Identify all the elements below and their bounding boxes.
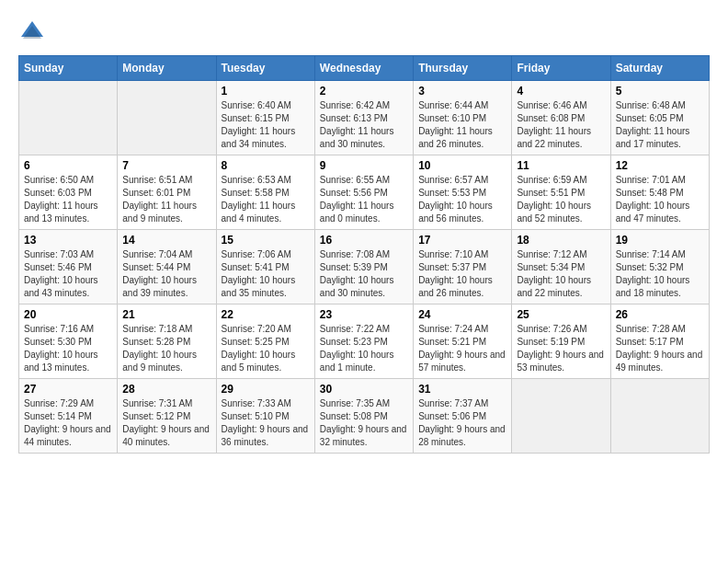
calendar-cell: [610, 379, 709, 454]
day-info: Sunrise: 6:55 AMSunset: 5:56 PMDaylight:…: [320, 174, 408, 225]
day-number: 3: [418, 85, 506, 98]
calendar-cell: 2Sunrise: 6:42 AMSunset: 6:13 PMDaylight…: [314, 81, 413, 155]
calendar-cell: 13Sunrise: 7:03 AMSunset: 5:46 PMDayligh…: [19, 230, 118, 304]
day-info: Sunrise: 6:51 AMSunset: 6:01 PMDaylight:…: [122, 174, 210, 225]
calendar-cell: 12Sunrise: 7:01 AMSunset: 5:48 PMDayligh…: [610, 155, 709, 230]
calendar-cell: 30Sunrise: 7:35 AMSunset: 5:08 PMDayligh…: [314, 379, 413, 454]
day-number: 11: [517, 159, 605, 172]
day-number: 16: [320, 234, 408, 247]
weekday-header: Saturday: [610, 56, 709, 81]
day-info: Sunrise: 7:16 AMSunset: 5:30 PMDaylight:…: [24, 323, 112, 374]
day-number: 9: [320, 159, 408, 172]
day-info: Sunrise: 7:22 AMSunset: 5:23 PMDaylight:…: [320, 323, 408, 374]
calendar-cell: 23Sunrise: 7:22 AMSunset: 5:23 PMDayligh…: [314, 304, 413, 379]
weekday-header: Monday: [118, 56, 216, 81]
day-info: Sunrise: 7:37 AMSunset: 5:06 PMDaylight:…: [418, 397, 506, 449]
calendar-week-row: 6Sunrise: 6:50 AMSunset: 6:03 PMDaylight…: [19, 155, 710, 230]
day-number: 30: [320, 383, 408, 396]
calendar-cell: 29Sunrise: 7:33 AMSunset: 5:10 PMDayligh…: [216, 379, 314, 454]
day-info: Sunrise: 6:44 AMSunset: 6:10 PMDaylight:…: [418, 99, 506, 151]
day-number: 20: [24, 308, 112, 321]
calendar-cell: 3Sunrise: 6:44 AMSunset: 6:10 PMDaylight…: [414, 81, 512, 155]
day-info: Sunrise: 7:01 AMSunset: 5:48 PMDaylight:…: [616, 174, 704, 225]
day-number: 17: [418, 234, 506, 247]
day-number: 1: [222, 85, 310, 98]
logo: [18, 18, 48, 46]
day-number: 19: [616, 234, 704, 247]
calendar-cell: 22Sunrise: 7:20 AMSunset: 5:25 PMDayligh…: [216, 304, 314, 379]
weekday-header: Thursday: [414, 56, 512, 81]
day-number: 28: [122, 383, 210, 396]
day-info: Sunrise: 7:08 AMSunset: 5:39 PMDaylight:…: [320, 248, 408, 300]
day-number: 4: [517, 85, 605, 98]
day-info: Sunrise: 6:53 AMSunset: 5:58 PMDaylight:…: [222, 174, 310, 225]
day-number: 25: [517, 308, 605, 321]
weekday-header: Sunday: [19, 56, 118, 81]
day-info: Sunrise: 7:10 AMSunset: 5:37 PMDaylight:…: [418, 248, 506, 300]
day-number: 12: [616, 159, 704, 172]
calendar-cell: 16Sunrise: 7:08 AMSunset: 5:39 PMDayligh…: [314, 230, 413, 304]
day-info: Sunrise: 7:20 AMSunset: 5:25 PMDaylight:…: [222, 323, 310, 374]
day-number: 23: [320, 308, 408, 321]
calendar-cell: 31Sunrise: 7:37 AMSunset: 5:06 PMDayligh…: [414, 379, 512, 454]
day-number: 2: [320, 85, 408, 98]
day-info: Sunrise: 7:31 AMSunset: 5:12 PMDaylight:…: [122, 397, 210, 449]
day-number: 15: [222, 234, 310, 247]
day-info: Sunrise: 7:35 AMSunset: 5:08 PMDaylight:…: [320, 397, 408, 449]
calendar-cell: 5Sunrise: 6:48 AMSunset: 6:05 PMDaylight…: [610, 81, 709, 155]
calendar-week-row: 1Sunrise: 6:40 AMSunset: 6:15 PMDaylight…: [19, 81, 710, 155]
calendar-cell: 6Sunrise: 6:50 AMSunset: 6:03 PMDaylight…: [19, 155, 118, 230]
calendar-cell: 21Sunrise: 7:18 AMSunset: 5:28 PMDayligh…: [118, 304, 216, 379]
weekday-header-row: SundayMondayTuesdayWednesdayThursdayFrid…: [19, 56, 710, 81]
calendar-cell: 17Sunrise: 7:10 AMSunset: 5:37 PMDayligh…: [414, 230, 512, 304]
day-info: Sunrise: 6:57 AMSunset: 5:53 PMDaylight:…: [418, 174, 506, 225]
calendar-cell: 24Sunrise: 7:24 AMSunset: 5:21 PMDayligh…: [414, 304, 512, 379]
calendar-week-row: 20Sunrise: 7:16 AMSunset: 5:30 PMDayligh…: [19, 304, 710, 379]
day-number: 5: [616, 85, 704, 98]
calendar-cell: 25Sunrise: 7:26 AMSunset: 5:19 PMDayligh…: [512, 304, 610, 379]
day-number: 6: [24, 159, 112, 172]
day-info: Sunrise: 7:06 AMSunset: 5:41 PMDaylight:…: [222, 248, 310, 300]
day-info: Sunrise: 7:28 AMSunset: 5:17 PMDaylight:…: [616, 323, 704, 374]
day-number: 18: [517, 234, 605, 247]
calendar-cell: 1Sunrise: 6:40 AMSunset: 6:15 PMDaylight…: [216, 81, 314, 155]
weekday-header: Wednesday: [314, 56, 413, 81]
day-info: Sunrise: 7:18 AMSunset: 5:28 PMDaylight:…: [122, 323, 210, 374]
calendar-cell: [512, 379, 610, 454]
day-number: 21: [122, 308, 210, 321]
calendar-table: SundayMondayTuesdayWednesdayThursdayFrid…: [18, 55, 710, 454]
day-info: Sunrise: 7:12 AMSunset: 5:34 PMDaylight:…: [517, 248, 605, 300]
day-info: Sunrise: 6:46 AMSunset: 6:08 PMDaylight:…: [517, 99, 605, 151]
day-number: 26: [616, 308, 704, 321]
day-info: Sunrise: 7:26 AMSunset: 5:19 PMDaylight:…: [517, 323, 605, 374]
weekday-header: Tuesday: [216, 56, 314, 81]
page-header: [18, 18, 710, 46]
weekday-header: Friday: [512, 56, 610, 81]
logo-icon: [18, 18, 46, 46]
day-number: 10: [418, 159, 506, 172]
calendar-cell: 18Sunrise: 7:12 AMSunset: 5:34 PMDayligh…: [512, 230, 610, 304]
day-number: 24: [418, 308, 506, 321]
calendar-cell: [118, 81, 216, 155]
calendar-cell: 15Sunrise: 7:06 AMSunset: 5:41 PMDayligh…: [216, 230, 314, 304]
calendar-cell: 7Sunrise: 6:51 AMSunset: 6:01 PMDaylight…: [118, 155, 216, 230]
day-number: 7: [122, 159, 210, 172]
calendar-cell: 14Sunrise: 7:04 AMSunset: 5:44 PMDayligh…: [118, 230, 216, 304]
calendar-cell: 19Sunrise: 7:14 AMSunset: 5:32 PMDayligh…: [610, 230, 709, 304]
day-number: 8: [222, 159, 310, 172]
day-number: 27: [24, 383, 112, 396]
calendar-cell: 26Sunrise: 7:28 AMSunset: 5:17 PMDayligh…: [610, 304, 709, 379]
day-number: 14: [122, 234, 210, 247]
calendar-cell: 9Sunrise: 6:55 AMSunset: 5:56 PMDaylight…: [314, 155, 413, 230]
day-info: Sunrise: 6:48 AMSunset: 6:05 PMDaylight:…: [616, 99, 704, 151]
day-info: Sunrise: 6:40 AMSunset: 6:15 PMDaylight:…: [222, 99, 310, 151]
day-info: Sunrise: 7:14 AMSunset: 5:32 PMDaylight:…: [616, 248, 704, 300]
calendar-cell: [19, 81, 118, 155]
day-info: Sunrise: 6:50 AMSunset: 6:03 PMDaylight:…: [24, 174, 112, 225]
day-info: Sunrise: 7:29 AMSunset: 5:14 PMDaylight:…: [24, 397, 112, 449]
day-info: Sunrise: 6:42 AMSunset: 6:13 PMDaylight:…: [320, 99, 408, 151]
calendar-cell: 27Sunrise: 7:29 AMSunset: 5:14 PMDayligh…: [19, 379, 118, 454]
day-number: 13: [24, 234, 112, 247]
day-info: Sunrise: 6:59 AMSunset: 5:51 PMDaylight:…: [517, 174, 605, 225]
calendar-cell: 11Sunrise: 6:59 AMSunset: 5:51 PMDayligh…: [512, 155, 610, 230]
